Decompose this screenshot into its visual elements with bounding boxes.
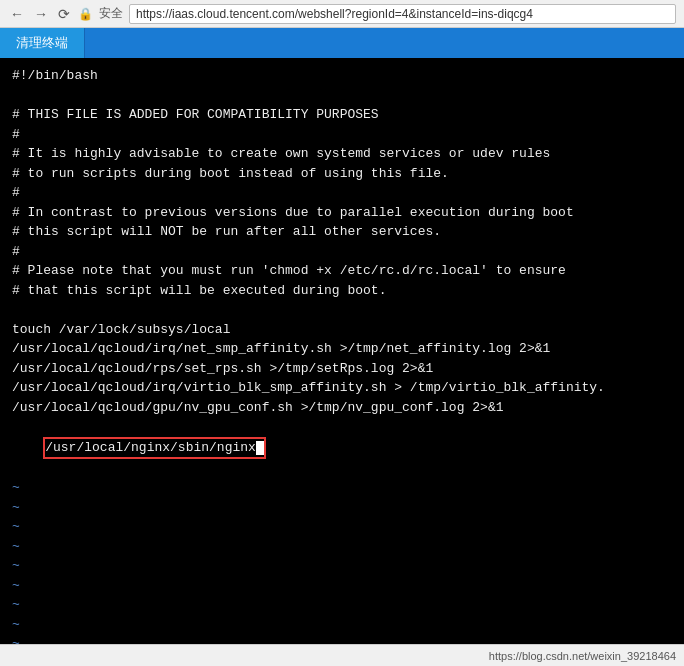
- terminal-line: /usr/local/qcloud/irq/net_smp_affinity.s…: [12, 339, 672, 359]
- red-box: /usr/local/nginx/sbin/nginx: [43, 437, 266, 459]
- browser-bar: ← → ⟳ 🔒 安全 https://iaas.cloud.tencent.co…: [0, 0, 684, 28]
- terminal-line: ~: [12, 517, 672, 537]
- tab-clear-terminal[interactable]: 清理终端: [0, 28, 85, 58]
- terminal-line: #!/bin/bash: [12, 66, 672, 86]
- status-url: https://blog.csdn.net/weixin_39218464: [489, 650, 676, 662]
- back-button[interactable]: ←: [8, 6, 26, 22]
- cursor: [256, 441, 264, 455]
- terminal-line: # It is highly advisable to create own s…: [12, 144, 672, 164]
- terminal[interactable]: #!/bin/bash # THIS FILE IS ADDED FOR COM…: [0, 58, 684, 644]
- tab-bar: 清理终端: [0, 28, 684, 58]
- terminal-line: [12, 86, 672, 106]
- terminal-line: ~: [12, 615, 672, 635]
- status-bar: https://blog.csdn.net/weixin_39218464: [0, 644, 684, 666]
- terminal-line: ~: [12, 498, 672, 518]
- terminal-line: # that this script will be executed duri…: [12, 281, 672, 301]
- refresh-button[interactable]: ⟳: [56, 6, 72, 22]
- terminal-line: /usr/local/qcloud/irq/virtio_blk_smp_aff…: [12, 378, 672, 398]
- terminal-line: ~: [12, 537, 672, 557]
- security-label: 安全: [99, 5, 123, 22]
- terminal-line: #: [12, 242, 672, 262]
- terminal-line: ~: [12, 556, 672, 576]
- terminal-line: # In contrast to previous versions due t…: [12, 203, 672, 223]
- terminal-line: ~: [12, 595, 672, 615]
- forward-button[interactable]: →: [32, 6, 50, 22]
- terminal-line: #: [12, 183, 672, 203]
- terminal-line: /usr/local/qcloud/rps/set_rps.sh >/tmp/s…: [12, 359, 672, 379]
- terminal-line: ~: [12, 576, 672, 596]
- lock-icon: 🔒: [78, 7, 93, 21]
- terminal-line: # THIS FILE IS ADDED FOR COMPATIBILITY P…: [12, 105, 672, 125]
- terminal-line: #: [12, 125, 672, 145]
- terminal-line: [12, 300, 672, 320]
- terminal-line: # to run scripts during boot instead of …: [12, 164, 672, 184]
- terminal-line: # Please note that you must run 'chmod +…: [12, 261, 672, 281]
- terminal-line: # this script will NOT be run after all …: [12, 222, 672, 242]
- terminal-line: ~: [12, 634, 672, 644]
- terminal-line: touch /var/lock/subsys/local: [12, 320, 672, 340]
- url-bar[interactable]: https://iaas.cloud.tencent.com/webshell?…: [129, 4, 676, 24]
- terminal-line: /usr/local/qcloud/gpu/nv_gpu_conf.sh >/t…: [12, 398, 672, 418]
- terminal-line: ~: [12, 478, 672, 498]
- cursor-line: /usr/local/nginx/sbin/nginx: [12, 417, 672, 478]
